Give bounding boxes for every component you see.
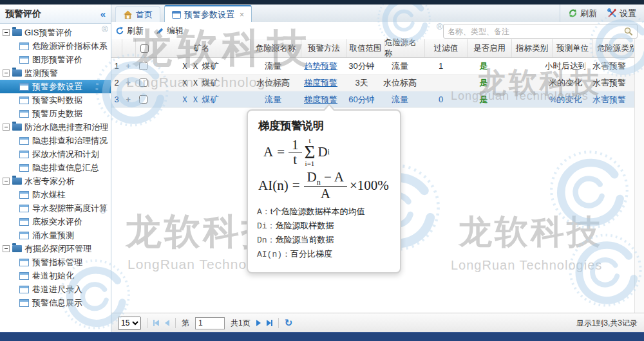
tree-item-fracture-zone[interactable]: 导水裂隙带高度计算: [0, 201, 111, 215]
tree-item-graphic-warning[interactable]: 图形预警评价: [0, 53, 111, 66]
tree-item-floor-water[interactable]: 底板突水评价: [0, 215, 111, 228]
settings-button-label: 设置: [620, 8, 636, 19]
tree-folder-label: 防治水隐患排查和治理: [24, 122, 108, 133]
popup-title: 梯度预警说明: [258, 118, 391, 133]
tools-icon: [607, 8, 617, 18]
page-icon: [19, 110, 29, 118]
page-icon: [19, 56, 29, 64]
home-icon: [123, 10, 133, 19]
first-page-button[interactable]: [153, 320, 159, 326]
tree-collapse-box-icon[interactable]: [3, 124, 10, 131]
tree-item-danger-summary[interactable]: 隐患排查信息汇总: [0, 161, 111, 174]
row-checkbox-cell: [135, 75, 151, 91]
next-page-button[interactable]: [256, 320, 261, 326]
tree-item-tunnel-init[interactable]: 巷道初始化: [0, 269, 111, 282]
table-row-2[interactable]: 2 + Ｘ Ｘ 煤矿 水位标高 梯度预警 3天 水位标高 是 米的变化 水害预警: [111, 75, 634, 91]
page-number-input[interactable]: [195, 317, 225, 329]
sidebar-tree: GIS预警评价 危险源评价指标体系 图形预警评价 监测预警 预警参数设置 预警实…: [0, 24, 111, 309]
sidebar-collapse-icon[interactable]: «: [100, 8, 106, 19]
header-enabled[interactable]: 是否启用: [468, 39, 512, 57]
tree-item-warning-params-selected[interactable]: 预警参数设置: [0, 80, 111, 93]
window-bottom-bar: [0, 332, 644, 341]
tab-bar: 首页 预警参数设置 × 刷新: [111, 5, 644, 23]
table-row-1[interactable]: 1 + Ｘ Ｘ 煤矿 流量 趋势预警 30分钟 流量 1 是 小时后达到 水害预…: [111, 58, 634, 75]
header-indicator-type[interactable]: 指标类别: [512, 39, 553, 57]
tree-folder-closed-loop[interactable]: 有掘必探闭环管理: [0, 242, 111, 255]
tree-item-warning-indicator[interactable]: 预警指标管理: [0, 255, 111, 269]
page-icon: [19, 259, 29, 266]
pagination-refresh-icon[interactable]: ↻: [285, 317, 293, 329]
header-warning-method[interactable]: 预警方法: [301, 39, 347, 57]
row-expand-cell: +: [122, 58, 135, 74]
page-size-select[interactable]: 15: [118, 317, 141, 330]
cell-hazard2: 水位标高: [380, 75, 420, 91]
tree-item-hidden-danger[interactable]: 隐患排查和治理情况: [0, 134, 111, 147]
enabled-flag: 是: [480, 77, 488, 89]
tree-item-realtime-data[interactable]: 预警实时数据: [0, 93, 111, 107]
tree-item-hazard-index[interactable]: 危险源评价指标体系: [0, 39, 111, 53]
cell-enabled: 是: [462, 58, 506, 74]
tree-collapse-box-icon[interactable]: [3, 29, 10, 36]
tree-item-tunnel-footage[interactable]: 巷道进尺录入: [0, 282, 111, 296]
expand-plus-icon[interactable]: +: [126, 95, 131, 104]
header-hazard-name2[interactable]: 危险源名称: [384, 39, 425, 57]
prev-page-button[interactable]: [165, 320, 169, 326]
search-input[interactable]: [444, 26, 623, 37]
folder-icon: [12, 124, 22, 131]
last-page-button[interactable]: [267, 320, 272, 326]
page-total-label: 共1页: [231, 318, 251, 329]
select-all-checkbox[interactable]: [140, 44, 149, 53]
tab-label: 预警参数设置: [184, 9, 234, 21]
tree-collapse-box-icon[interactable]: [3, 178, 10, 185]
tree-folder-water-control[interactable]: 防治水隐患排查和治理: [0, 120, 111, 134]
row-checkbox[interactable]: [139, 95, 147, 104]
row-checkbox[interactable]: [139, 78, 147, 87]
row-number: 2: [111, 75, 122, 91]
tab-warning-params[interactable]: 预警参数设置 ×: [164, 5, 252, 23]
tree-item-history-data[interactable]: 预警历史数据: [0, 107, 111, 120]
expand-plus-icon[interactable]: +: [126, 78, 131, 88]
tree-folder-gis[interactable]: GIS预警评价: [0, 26, 111, 39]
header-expand: [122, 39, 136, 57]
refresh-green-icon: [568, 8, 578, 18]
cell-category: 水害预警: [585, 75, 633, 91]
grid-edit-button[interactable]: 编辑: [155, 25, 184, 37]
header-hazard-name[interactable]: 危险源名称: [251, 39, 301, 57]
row-checkbox[interactable]: [139, 62, 147, 70]
tree-item-label: 图形预警评价: [32, 54, 82, 66]
method-link[interactable]: 趋势预警: [304, 60, 337, 72]
grid-scrollbar-track[interactable]: [634, 39, 644, 313]
tree-folder-label: 水害专家分析: [24, 176, 75, 187]
tab-close-icon[interactable]: ×: [240, 10, 244, 19]
tree-item-warning-display[interactable]: 预警信息展示: [0, 296, 111, 309]
page-icon: [19, 299, 29, 307]
tree-item-inflow-forecast[interactable]: 涌水量预测: [0, 228, 111, 242]
tree-folder-expert-analysis[interactable]: 水害专家分析: [0, 174, 111, 188]
cell-filter: 0: [420, 91, 462, 107]
search-icon[interactable]: [623, 26, 634, 37]
method-link[interactable]: 梯度预警: [304, 77, 337, 89]
header-value-range[interactable]: 取值范围: [347, 39, 384, 57]
tree-folder-monitor[interactable]: 监测预警: [0, 66, 111, 80]
cell-hazard2: 流量: [380, 58, 420, 74]
header-forecast-unit[interactable]: 预测单位: [553, 39, 593, 57]
settings-button[interactable]: 设置: [607, 8, 636, 19]
tree-collapse-box-icon[interactable]: [3, 245, 10, 252]
cell-unit: %的变化: [545, 91, 585, 107]
tree-item-water-exploration[interactable]: 探放水情况和计划: [0, 147, 111, 161]
header-mine-name[interactable]: 矿名: [153, 39, 251, 57]
expand-plus-icon[interactable]: +: [126, 61, 131, 71]
tree-collapse-box-icon[interactable]: [3, 69, 10, 77]
grid-refresh-button[interactable]: 刷新: [115, 25, 144, 37]
refresh-button[interactable]: 刷新: [568, 8, 597, 19]
table-row-3-highlighted[interactable]: 3 + Ｘ Ｘ 煤矿 流量 梯度预警 60分钟 流量 0 是 %的变化 水害预警: [111, 91, 634, 108]
tab-home[interactable]: 首页: [115, 6, 160, 22]
cell-range: 60分钟: [343, 91, 380, 107]
tree-folder-label: 有掘必探闭环管理: [24, 243, 91, 255]
tree-item-waterproof-pillar[interactable]: 防水煤柱: [0, 188, 111, 201]
tree-folder-label: 监测预警: [24, 68, 58, 79]
grid-toolbar: 刷新 编辑: [111, 22, 644, 39]
tree-item-label: 巷道进尺录入: [32, 284, 82, 295]
header-filter-value[interactable]: 过滤值: [425, 39, 468, 57]
tab-home-label: 首页: [136, 9, 153, 21]
